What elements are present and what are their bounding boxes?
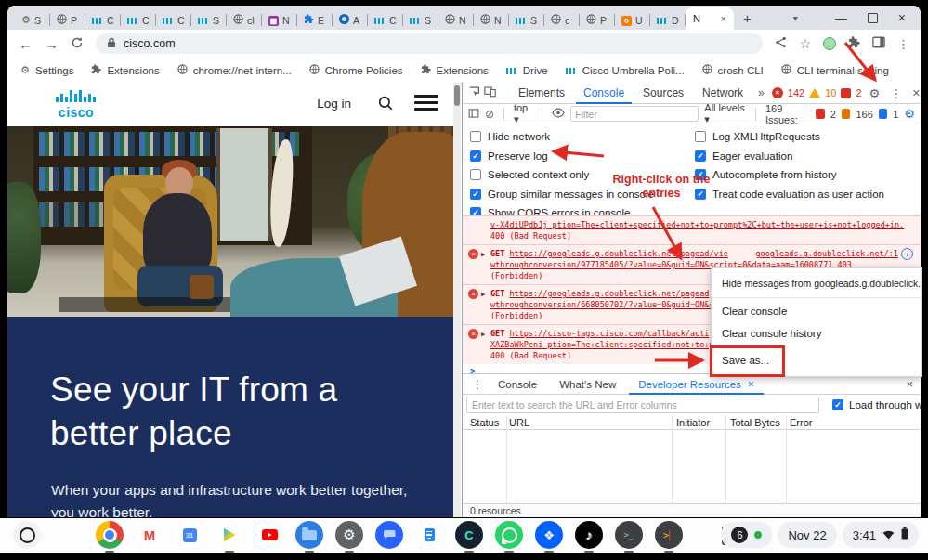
browser-tab[interactable]: C <box>85 10 121 30</box>
tab-search-chevron-icon[interactable]: ▾ <box>793 13 798 23</box>
browser-tab[interactable]: E <box>297 10 333 30</box>
calendar-app-icon[interactable]: 31 <box>176 521 203 549</box>
issues-badge-count[interactable]: 2 <box>856 87 861 98</box>
browser-tab[interactable]: ▦N <box>262 10 297 30</box>
menu-item-clear-console[interactable]: Clear console <box>712 300 921 322</box>
hamburger-menu-icon[interactable] <box>414 95 438 114</box>
bookmark-item[interactable]: Drive <box>506 65 548 76</box>
bookmark-item[interactable]: Chrome Policies <box>309 64 403 76</box>
forward-icon[interactable]: → <box>45 36 59 52</box>
chrome-app-icon[interactable] <box>96 521 124 549</box>
console-sidebar-icon[interactable] <box>468 108 479 121</box>
console-setting-option[interactable]: ✓Treat code evaluation as user action <box>695 189 884 200</box>
browser-tab[interactable]: P <box>580 10 615 30</box>
bookmark-item[interactable]: CLI terminal setting <box>781 64 889 76</box>
column-header[interactable]: Total Bytes <box>730 417 780 428</box>
devtools-tab-network[interactable]: Network <box>695 83 751 104</box>
bookmark-star-icon[interactable]: ☆ <box>799 36 811 51</box>
settings-app-icon[interactable]: ⚙ <box>335 521 363 549</box>
gmail-app-icon[interactable]: M <box>136 521 163 549</box>
browser-tab[interactable]: C <box>121 10 156 30</box>
crosh-app-icon[interactable]: >▏ <box>655 521 683 549</box>
browser-tab[interactable]: C <box>156 10 191 30</box>
browser-tab[interactable]: S <box>403 10 438 30</box>
tab-close-icon[interactable]: × <box>721 13 726 24</box>
column-header[interactable]: Status <box>470 417 499 428</box>
console-error-entry[interactable]: v-X4diUPdbJj_ption=The+client+specified+… <box>463 215 921 244</box>
more-tabs-icon[interactable]: » <box>754 86 768 99</box>
load-through-website-option[interactable]: ✓ Load through website <box>832 399 921 410</box>
column-header[interactable]: Error <box>790 417 812 428</box>
back-icon[interactable]: ← <box>19 36 33 52</box>
checkbox[interactable]: ✓ <box>695 150 706 162</box>
whatsapp-app-icon[interactable] <box>495 521 523 549</box>
extension-badge-icon[interactable] <box>823 37 836 50</box>
console-settings-gear-icon[interactable]: ⚙ <box>904 107 915 121</box>
chat-app-icon[interactable] <box>375 521 403 549</box>
new-tab-button[interactable]: + <box>743 10 752 27</box>
console-setting-option[interactable]: ✓Preserve log <box>470 150 654 162</box>
terminal-app-icon[interactable]: >_ <box>615 521 643 549</box>
checkbox[interactable]: ✓ <box>470 150 481 162</box>
drawer-close-icon[interactable]: × <box>906 377 913 391</box>
console-setting-option[interactable]: Log XMLHttpRequests <box>695 131 884 142</box>
browser-tab[interactable]: cl <box>227 10 262 30</box>
browser-tab[interactable]: 0U <box>615 10 650 30</box>
column-header[interactable]: Initiator <box>676 417 710 428</box>
browser-menu-icon[interactable]: ⋮ <box>897 37 909 51</box>
status-area[interactable]: 3:41 <box>843 522 919 548</box>
site-search-icon[interactable] <box>377 95 394 115</box>
drawer-tab-whats-new[interactable]: What's New <box>550 374 625 395</box>
console-setting-option[interactable]: ✓Eager evaluation <box>695 150 884 162</box>
devtools-menu-icon[interactable]: ⋮ <box>887 86 905 100</box>
cisco-logo[interactable]: cisco <box>56 89 97 120</box>
youtube-app-icon[interactable] <box>255 521 283 549</box>
expand-triangle-icon[interactable]: ▶ <box>481 249 485 260</box>
devtools-tab-sources[interactable]: Sources <box>635 83 691 104</box>
browser-tab[interactable]: ⚙S <box>15 10 50 30</box>
browser-tab[interactable]: N <box>438 10 474 30</box>
inspect-element-icon[interactable] <box>468 85 480 100</box>
console-setting-option[interactable]: Hide network <box>470 131 654 142</box>
webex-app-icon[interactable]: C <box>455 521 483 549</box>
window-close-button[interactable]: × <box>898 10 906 25</box>
bookmark-item[interactable]: chrome://net-intern... <box>177 64 292 76</box>
side-panel-icon[interactable] <box>872 35 885 52</box>
dropbox-app-icon[interactable]: ❖ <box>535 521 563 549</box>
warning-count[interactable]: 10 <box>825 87 836 98</box>
devtools-settings-gear-icon[interactable]: ⚙ <box>867 86 883 100</box>
issues-summary[interactable]: 169 Issues: <box>765 103 810 125</box>
console-filter-input[interactable] <box>570 106 699 122</box>
play-store-app-icon[interactable] <box>216 521 243 549</box>
bookmark-item[interactable]: Cisco Umbrella Poli... <box>566 65 685 76</box>
bookmark-item[interactable]: ⚙Settings <box>20 64 73 76</box>
live-expression-eye-icon[interactable] <box>552 108 565 120</box>
browser-tab[interactable]: C <box>368 10 403 30</box>
share-icon[interactable] <box>775 35 787 52</box>
date-pill[interactable]: Nov 22 <box>778 522 836 548</box>
maximize-button[interactable] <box>868 13 878 23</box>
bookmark-item[interactable]: Extensions <box>91 64 159 76</box>
minimize-button[interactable]: — <box>835 11 847 25</box>
bookmark-item[interactable]: Extensions <box>421 64 489 76</box>
drawer-tab-console[interactable]: Console <box>489 374 546 395</box>
reload-icon[interactable] <box>71 36 84 52</box>
notification-pill[interactable]: 6 <box>721 522 772 548</box>
active-tab[interactable]: N × <box>686 7 734 30</box>
devtools-tab-console[interactable]: Console <box>576 83 632 104</box>
extensions-puzzle-icon[interactable] <box>848 35 860 52</box>
expand-triangle-icon[interactable]: ▶ <box>481 329 485 340</box>
devtools-close-icon[interactable]: × <box>909 85 921 100</box>
load-through-website-checkbox[interactable]: ✓ <box>832 399 843 410</box>
context-selector[interactable]: top ▾ <box>514 102 533 125</box>
login-link[interactable]: Log in <box>317 97 351 111</box>
browser-tab[interactable]: P <box>50 10 85 30</box>
browser-tab[interactable]: c <box>544 10 580 30</box>
launcher-button[interactable] <box>13 521 41 549</box>
clear-console-icon[interactable]: ⊘ <box>485 108 494 121</box>
tiktok-app-icon[interactable]: ♪ <box>575 521 603 549</box>
error-count[interactable]: 142 <box>788 87 804 98</box>
browser-tab[interactable]: A <box>333 10 368 30</box>
device-toolbar-icon[interactable] <box>484 85 496 100</box>
browser-tab[interactable]: D <box>650 10 686 30</box>
